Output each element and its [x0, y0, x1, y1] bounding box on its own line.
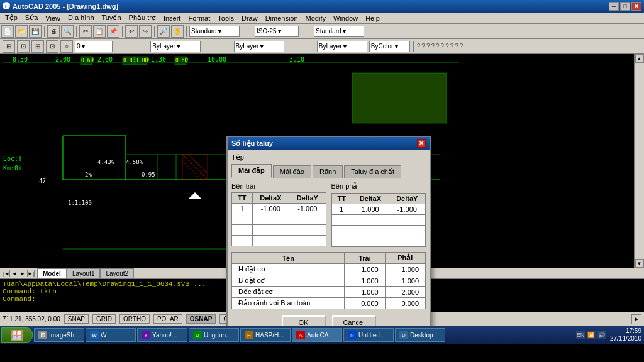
status-right-arrow[interactable]: ▶: [631, 314, 641, 324]
scroll-down-btn[interactable]: ▼: [635, 259, 644, 268]
menu-insert[interactable]: Insert: [160, 14, 185, 23]
menu-modify[interactable]: Modify: [302, 14, 330, 23]
main-area: 8.30 2.00 0.60 2.00 0.80 1.00 1.30 0.60 …: [0, 54, 644, 268]
menu-help[interactable]: Help: [362, 14, 384, 23]
undo-btn[interactable]: ↩: [125, 25, 138, 38]
tab-taluydiachat[interactable]: Taluy địa chất: [344, 165, 401, 178]
pan-btn[interactable]: ✋: [171, 25, 184, 38]
cut-btn[interactable]: ✂: [79, 25, 92, 38]
menu-format[interactable]: Format: [184, 14, 214, 23]
command-input[interactable]: [36, 295, 162, 303]
maximize-button[interactable]: □: [620, 2, 630, 11]
new-btn[interactable]: 📄: [1, 25, 14, 38]
menu-phautro[interactable]: Phầu trợ: [125, 13, 160, 23]
menu-diahinh[interactable]: Địa hình: [64, 13, 98, 23]
tab-maidao[interactable]: Mái đào: [273, 165, 311, 178]
start-button[interactable]: 🪟: [1, 327, 33, 343]
bot-col-ten: Tên: [232, 253, 345, 264]
left-col-tt: TT: [232, 193, 253, 204]
menu-tuyen[interactable]: Tuyến: [98, 13, 125, 23]
nav-last[interactable]: ►|: [27, 270, 35, 277]
bylayer2-dropdown[interactable]: ByLayer▼: [234, 41, 284, 52]
grid-btn[interactable]: GRID: [92, 314, 116, 324]
word-icon: W: [90, 331, 99, 339]
tab-maidap[interactable]: Mái đắp: [231, 164, 272, 178]
snap-btn[interactable]: SNAP: [64, 314, 89, 324]
bot-row-4: Đảo rãnh với B an toàn 0.000 0.000: [232, 298, 426, 309]
nav-next[interactable]: ►: [19, 270, 26, 277]
right-row-empty1: [331, 215, 426, 226]
bot-trai-1: 1.000: [345, 264, 385, 275]
bot-row-2: B đặt cơ 1.000 1.000: [232, 275, 426, 287]
left-col-deltay: DeltaY: [289, 193, 326, 204]
bot-trai-3: 1.000: [345, 287, 385, 298]
standard-dropdown[interactable]: Standard▼: [189, 26, 240, 37]
copy-btn[interactable]: 📋: [93, 25, 106, 38]
osnap-btn[interactable]: OSNAP: [186, 314, 216, 324]
iso25-dropdown[interactable]: ISO-25▼: [255, 26, 299, 37]
ungdun-label: Ungdun...: [204, 332, 231, 339]
taskbar-ungdun[interactable]: U Ungdun...: [189, 328, 239, 342]
taskbar-hasp[interactable]: H HASP/H...: [240, 328, 291, 342]
nav-prev[interactable]: ◄: [11, 270, 18, 277]
tab-ranh[interactable]: Rãnh: [313, 165, 343, 178]
paste-btn[interactable]: 📌: [107, 25, 119, 38]
layout2-tab[interactable]: Layout2: [100, 268, 134, 278]
bycolor-dropdown[interactable]: ByColor▼: [369, 41, 410, 52]
scroll-up-btn[interactable]: ▲: [635, 54, 644, 63]
redo-btn[interactable]: ↪: [139, 25, 152, 38]
toolbar-properties: ⊞ ⊡ ⊞ ⊡ ○ 0▼ ────── ByLayer▼ ────── ByLa…: [0, 39, 644, 54]
open-btn[interactable]: 📂: [15, 25, 28, 38]
close-button[interactable]: ✕: [631, 2, 641, 11]
layer-dropdown[interactable]: 0▼: [75, 41, 113, 52]
taskbar-word[interactable]: W W: [86, 328, 136, 342]
layout1-tab[interactable]: Layout1: [67, 268, 101, 278]
menu-sua[interactable]: Sửa: [21, 13, 42, 23]
model-tab[interactable]: Model: [37, 268, 67, 278]
prop-btn3[interactable]: ⊞: [31, 40, 44, 53]
menu-view[interactable]: View: [42, 14, 64, 23]
taskbar-yahoo[interactable]: Y Yahoo!...: [137, 328, 187, 342]
left-column: Bên trái TT DeltaX DeltaY: [231, 182, 326, 247]
left-row-empty3: [232, 236, 326, 246]
prop-btn5[interactable]: ○: [60, 40, 73, 53]
sep3: [122, 26, 123, 37]
menu-tep[interactable]: Tệp: [1, 13, 21, 23]
taskbar-desktop[interactable]: D Desktop: [395, 328, 445, 342]
right-column: Bên phải TT DeltaX DeltaY: [331, 182, 426, 247]
taskbar-untitled[interactable]: N Untitled .: [343, 328, 394, 342]
prop-btn2[interactable]: ⊡: [17, 40, 30, 53]
right-col-deltax: DeltaX: [352, 194, 389, 204]
nav-first[interactable]: |◄: [3, 270, 10, 277]
standard2-dropdown[interactable]: Standard▼: [314, 26, 364, 37]
bot-name-4: Đảo rãnh với B an toàn: [232, 298, 345, 309]
bylayer3-dropdown[interactable]: ByLayer▼: [317, 41, 367, 52]
right-table: TT DeltaX DeltaY 1 1.000 -1.: [331, 193, 426, 247]
right-row-empty3: [331, 236, 426, 247]
bot-phai-1: 1.000: [385, 264, 425, 275]
bot-name-3: Dốc đặt cơ: [232, 287, 345, 298]
zoom-btn[interactable]: 🔎: [157, 25, 170, 38]
right-cell-dx: 1.000: [352, 204, 389, 215]
ortho-btn[interactable]: ORTHO: [119, 314, 150, 324]
minimize-button[interactable]: ─: [609, 2, 619, 11]
preview-btn[interactable]: 🔍: [61, 25, 74, 38]
menu-dimension[interactable]: Dimension: [262, 14, 302, 23]
menu-window[interactable]: Window: [330, 14, 362, 23]
untitled-icon: N: [348, 331, 357, 339]
save-btn[interactable]: 💾: [29, 25, 42, 38]
prop-btn4[interactable]: ⊡: [46, 40, 58, 53]
menu-draw[interactable]: Draw: [238, 14, 262, 23]
help-icons: ??????????: [417, 43, 464, 50]
prop-btn1[interactable]: ⊞: [3, 40, 15, 53]
taskbar-autocad[interactable]: A AutoCA...: [292, 328, 342, 342]
polar-btn[interactable]: POLAR: [153, 314, 182, 324]
dialog-title-bar: Số liệu taluy ✕: [228, 137, 430, 150]
bot-name-2: B đặt cơ: [232, 275, 345, 287]
bylayer1-dropdown[interactable]: ByLayer▼: [150, 41, 201, 52]
menu-tools[interactable]: Tools: [214, 14, 238, 23]
left-section-label: Bên trái: [231, 182, 326, 190]
taskbar-imagesh[interactable]: 🖼 ImageSh...: [34, 328, 84, 342]
print-btn[interactable]: 🖨: [47, 25, 60, 38]
dialog-close-button[interactable]: ✕: [417, 139, 426, 148]
